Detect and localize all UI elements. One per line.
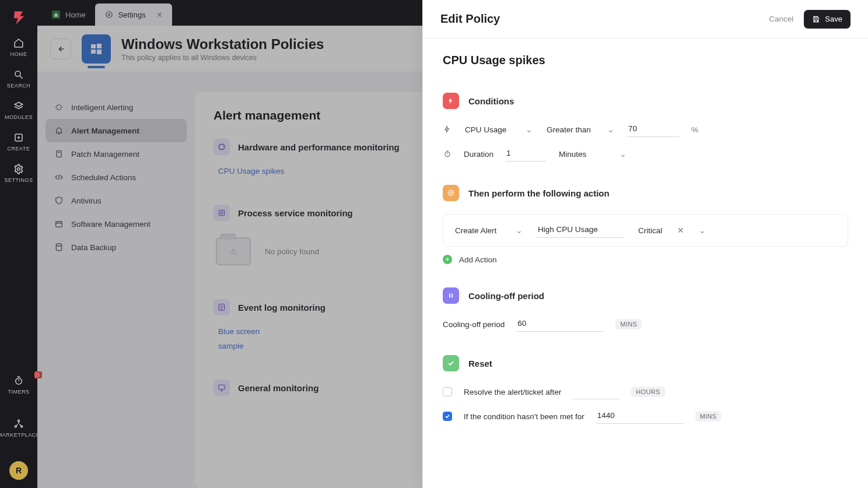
- chevron-down-icon: ⌄: [607, 125, 614, 134]
- back-button[interactable]: [50, 38, 71, 59]
- nav-data-backup[interactable]: Data Backup: [46, 236, 187, 259]
- chevron-down-icon: ⌄: [620, 149, 626, 159]
- severity-select[interactable]: Critical ✕ ⌄: [637, 223, 707, 237]
- rail-settings[interactable]: SETTINGS: [0, 163, 37, 183]
- search-icon: [13, 69, 24, 80]
- svg-line-1: [20, 76, 23, 79]
- duration-input[interactable]: [505, 146, 546, 162]
- rail-search[interactable]: SEARCH: [0, 69, 37, 89]
- duration-label: Duration: [464, 150, 494, 159]
- operator-value: Greater than: [547, 125, 591, 134]
- clock-icon: [443, 149, 452, 159]
- rail-create[interactable]: CREATE: [0, 132, 37, 152]
- svg-point-31: [448, 190, 453, 195]
- box-icon: [54, 219, 64, 229]
- rail-home[interactable]: HOME: [0, 37, 37, 57]
- action-block: Then perform the following action Create…: [443, 185, 848, 264]
- left-rail: HOME SEARCH MODULES CREATE SETTINGS 3 TI…: [0, 0, 37, 488]
- metric-value: CPU Usage: [465, 125, 506, 134]
- home-tab-icon: [51, 10, 61, 19]
- threshold-input[interactable]: [627, 122, 680, 137]
- rail-home-label: HOME: [10, 51, 27, 57]
- svg-rect-17: [91, 44, 96, 48]
- sparkle-icon: [54, 102, 64, 113]
- metric-select[interactable]: CPU Usage ⌄: [464, 122, 534, 136]
- rail-modules[interactable]: MODULES: [0, 100, 37, 120]
- eventlog-title: Event log monitoring: [238, 303, 326, 313]
- network-icon: [13, 418, 24, 430]
- svg-rect-28: [219, 385, 225, 389]
- add-action-button[interactable]: + Add Action: [443, 255, 848, 264]
- drawer-body: CPU Usage spikes Conditions CPU Usage ⌄ …: [423, 38, 868, 488]
- svg-point-0: [15, 71, 20, 76]
- clear-icon[interactable]: ✕: [677, 226, 684, 235]
- tab-home[interactable]: Home: [42, 3, 95, 26]
- cooling-unit: Mins: [615, 319, 642, 329]
- action-type-value: Create Alert: [455, 226, 496, 235]
- duration-unit-select[interactable]: Minutes ⌄: [558, 147, 628, 161]
- rail-marketplace[interactable]: MARKETPLACE: [0, 418, 37, 438]
- action-heading: Then perform the following action: [468, 188, 610, 198]
- nav-scheduled-actions[interactable]: Scheduled Actions: [46, 166, 187, 189]
- condition-value-input[interactable]: [596, 409, 684, 424]
- rail-timers[interactable]: 3 TIMERS: [0, 375, 37, 395]
- nav-intelligent-alerting[interactable]: Intelligent Alerting: [46, 96, 187, 119]
- svg-rect-25: [219, 210, 224, 215]
- svg-rect-21: [57, 151, 61, 157]
- severity-value: Critical: [638, 226, 662, 235]
- avatar[interactable]: R: [9, 461, 28, 480]
- nav-software-management[interactable]: Software Management: [46, 212, 187, 236]
- drawer-title: Edit Policy: [440, 12, 500, 26]
- chip-icon: [214, 139, 230, 155]
- nav-patch-management[interactable]: Patch Management: [46, 142, 187, 166]
- conditions-heading: Conditions: [468, 96, 514, 106]
- action-card: Create Alert ⌄ Critical ✕ ⌄: [443, 214, 848, 247]
- threshold-unit: %: [691, 125, 698, 134]
- patch-icon: [54, 149, 64, 159]
- resolve-checkbox[interactable]: [443, 387, 452, 396]
- action-name-input[interactable]: [537, 223, 624, 238]
- avatar-initial: R: [16, 466, 22, 475]
- brand-logo: [9, 8, 28, 27]
- reset-heading: Reset: [468, 359, 492, 368]
- conditions-block: Conditions CPU Usage ⌄ Greater than ⌄ % …: [443, 93, 848, 162]
- cooling-value-input[interactable]: [516, 317, 604, 332]
- rail-modules-label: MODULES: [5, 114, 33, 120]
- nav-antivirus-label: Antivirus: [71, 196, 102, 205]
- condition-checkbox[interactable]: [443, 412, 452, 421]
- plus-icon: +: [443, 255, 452, 264]
- resolve-value-input[interactable]: [573, 384, 620, 399]
- rail-timers-label: TIMERS: [8, 389, 29, 395]
- nav-alert-management-label: Alert Management: [71, 127, 139, 135]
- no-policy-label: No policy found: [265, 247, 319, 256]
- log-icon: [214, 299, 230, 315]
- pause-icon: [443, 287, 459, 304]
- general-title: General monitoring: [238, 383, 318, 393]
- shield-icon: [54, 195, 64, 206]
- svg-point-10: [18, 420, 20, 422]
- tab-settings[interactable]: Settings ✕: [95, 3, 172, 26]
- code-icon: [54, 172, 64, 182]
- action-type-select[interactable]: Create Alert ⌄: [454, 223, 524, 237]
- nav-antivirus[interactable]: Antivirus: [46, 189, 187, 212]
- nav-data-backup-label: Data Backup: [71, 243, 116, 252]
- operator-select[interactable]: Greater than ⌄: [545, 122, 615, 136]
- close-tab-icon[interactable]: ✕: [156, 10, 163, 19]
- page-title: Windows Workstation Policies: [121, 36, 324, 52]
- gear-icon: [13, 163, 24, 175]
- reset-block: Reset Resolve the alert/ticket after HOU…: [443, 355, 848, 424]
- svg-point-23: [56, 244, 61, 246]
- nav-intelligent-alerting-label: Intelligent Alerting: [71, 103, 134, 112]
- tab-settings-label: Settings: [118, 10, 146, 19]
- svg-rect-32: [449, 294, 450, 298]
- resolve-label: Resolve the alert/ticket after: [464, 388, 561, 396]
- cancel-button[interactable]: Cancel: [769, 15, 793, 23]
- save-button[interactable]: Save: [804, 10, 850, 29]
- plus-square-icon: [13, 132, 24, 143]
- save-icon: [812, 15, 820, 23]
- page-subtitle: This policy applies to all Windows devic…: [121, 54, 324, 62]
- cooling-block: Cooling-off period Cooling-off period Mi…: [443, 287, 848, 332]
- nav-scheduled-actions-label: Scheduled Actions: [71, 173, 136, 182]
- cooling-label: Cooling-off period: [443, 320, 505, 329]
- nav-alert-management[interactable]: Alert Management: [46, 119, 187, 142]
